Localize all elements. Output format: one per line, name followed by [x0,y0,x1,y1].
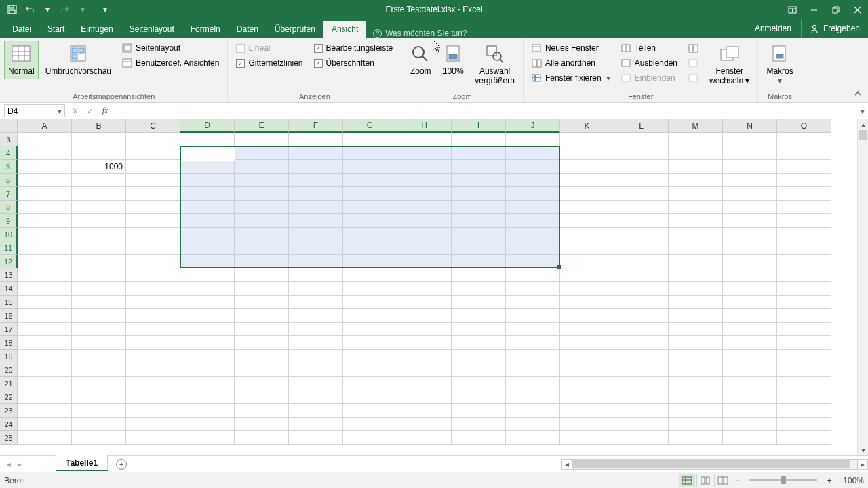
cell[interactable] [126,336,180,350]
cell[interactable] [72,404,126,418]
cell[interactable] [614,268,669,282]
cell[interactable] [235,363,289,377]
cell[interactable] [669,174,723,187]
cell[interactable] [126,296,180,309]
cell[interactable] [777,377,831,390]
cell[interactable] [560,309,614,323]
cell[interactable] [452,404,506,418]
redo-dropdown[interactable]: ▾ [75,1,91,18]
cell[interactable] [72,323,126,336]
cell[interactable] [180,228,235,241]
cell[interactable] [560,336,614,350]
cell[interactable] [180,350,235,363]
cell[interactable] [560,187,614,201]
cell[interactable] [289,296,343,309]
cell[interactable] [397,404,452,418]
cell[interactable] [777,282,831,296]
cell[interactable] [777,228,831,241]
cell[interactable] [343,296,397,309]
cell[interactable] [289,336,343,350]
signin-link[interactable]: Anmelden [745,19,801,38]
cell[interactable] [669,228,723,241]
cell[interactable] [669,187,723,201]
row-header[interactable]: 4 [0,146,18,160]
column-header[interactable]: I [452,119,506,133]
scroll-thumb[interactable] [859,130,867,140]
cell[interactable] [723,390,777,404]
cell[interactable] [452,214,506,228]
qat-customize[interactable]: ▾ [97,1,113,18]
add-sheet-button[interactable]: + [113,456,130,472]
cell[interactable] [235,201,289,214]
cell[interactable] [777,214,831,228]
cell[interactable] [343,390,397,404]
cell[interactable] [723,255,777,268]
cell[interactable] [452,146,506,160]
cell[interactable] [560,268,614,282]
tab-formeln[interactable]: Formeln [182,21,229,38]
maximize-button[interactable] [825,0,846,19]
cell[interactable] [614,187,669,201]
cell[interactable] [669,309,723,323]
cell[interactable] [452,255,506,268]
sheet-nav-next[interactable]: ▸ [15,459,24,470]
cell[interactable] [126,309,180,323]
cell[interactable] [560,323,614,336]
cell[interactable] [18,296,72,309]
cell[interactable] [180,309,235,323]
cell[interactable] [723,201,777,214]
cell[interactable] [777,431,831,445]
cell[interactable] [397,201,452,214]
cell[interactable] [723,309,777,323]
cell[interactable] [126,146,180,160]
cell[interactable] [72,187,126,201]
cell[interactable] [614,241,669,255]
cell[interactable] [614,404,669,418]
headings-checkbox[interactable]: Überschriften [310,56,397,70]
cell[interactable] [669,363,723,377]
zoom-100-button[interactable]: 100% [438,41,468,79]
tab-daten[interactable]: Daten [229,21,267,38]
cell[interactable] [289,255,343,268]
row-header[interactable]: 15 [0,296,18,309]
cell[interactable] [18,282,72,296]
cell[interactable] [614,255,669,268]
cell[interactable] [614,431,669,445]
cell[interactable] [180,201,235,214]
cell[interactable] [235,214,289,228]
cell[interactable] [397,418,452,431]
tell-me-search[interactable]: ? Was möchten Sie tun? [366,28,473,38]
cell[interactable] [18,146,72,160]
cell[interactable] [669,133,723,146]
cell[interactable] [180,390,235,404]
cell[interactable] [506,241,560,255]
cell[interactable] [506,309,560,323]
cell[interactable] [343,377,397,390]
cell[interactable] [560,296,614,309]
cell[interactable] [72,418,126,431]
column-header[interactable]: K [560,119,614,133]
cell[interactable] [614,282,669,296]
cell[interactable] [777,241,831,255]
cell[interactable] [18,201,72,214]
cell[interactable] [506,390,560,404]
cell[interactable] [343,404,397,418]
cell[interactable] [723,350,777,363]
cell[interactable] [72,390,126,404]
fx-icon[interactable]: fx [98,103,113,119]
scroll-thumb[interactable] [572,460,850,468]
cell[interactable] [397,282,452,296]
cell[interactable] [452,160,506,174]
hide-button[interactable]: Ausblenden [617,56,682,70]
cell[interactable] [343,214,397,228]
cell[interactable] [397,431,452,445]
cell[interactable] [289,390,343,404]
cell[interactable] [289,160,343,174]
cell[interactable] [669,336,723,350]
row-header[interactable]: 10 [0,228,18,241]
cell[interactable] [452,309,506,323]
cell[interactable] [560,201,614,214]
cell[interactable] [289,174,343,187]
cell[interactable] [452,336,506,350]
row-header[interactable]: 12 [0,255,18,268]
